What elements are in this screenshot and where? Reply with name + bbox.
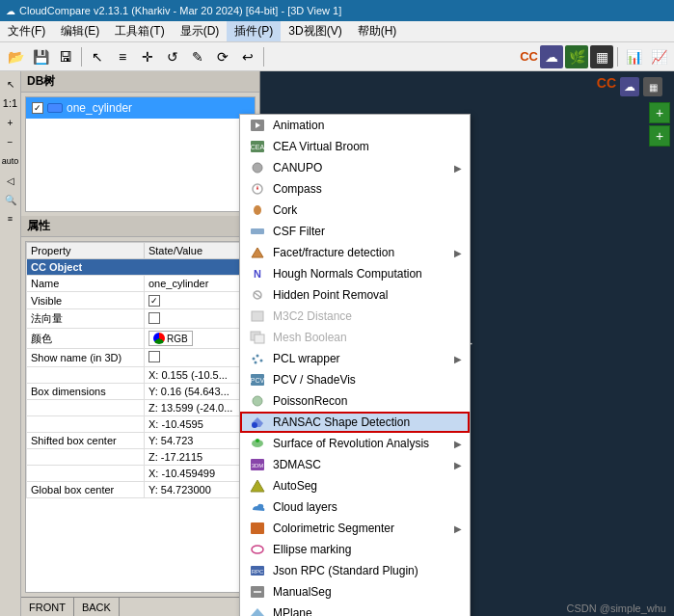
- prop-shifted-z-label: [27, 449, 145, 466]
- tree-item-cylinder[interactable]: ✓ one_cylinder: [26, 97, 255, 119]
- menu-facet[interactable]: Facet/fracture detection ▶: [240, 242, 470, 263]
- tb-extra1[interactable]: ☁: [540, 45, 563, 68]
- menu-poisson[interactable]: PoissonRecon: [240, 390, 470, 412]
- menu-mplane[interactable]: MPlane: [240, 603, 470, 616]
- menu-cloudlayers-label: Cloud layers: [273, 500, 462, 514]
- menu-cloudlayers[interactable]: Cloud layers: [240, 496, 470, 518]
- prop-row-shifted-x: X: -10.4595: [27, 416, 255, 433]
- tb-extra2[interactable]: 🌿: [565, 45, 588, 68]
- tb-move[interactable]: ✛: [136, 45, 159, 68]
- menu-m3c2[interactable]: M3C2 Distance: [240, 306, 470, 327]
- prop-showname-label: Show name (in 3D): [27, 349, 145, 367]
- tb-extra3[interactable]: ▦: [590, 45, 613, 68]
- menu-pcl[interactable]: PCL wrapper ▶: [240, 348, 470, 369]
- tb-open[interactable]: 📂: [4, 45, 27, 68]
- ellipse-icon: [248, 542, 267, 557]
- surface-arrow: ▶: [454, 439, 462, 449]
- tb-save2[interactable]: 🖫: [54, 45, 77, 68]
- menu-3dmasc[interactable]: 3DM 3DMASC ▶: [240, 454, 470, 475]
- sidebar-icon-cursor[interactable]: ↖: [2, 75, 19, 93]
- menu-pcv[interactable]: PCV PCV / ShadeVis: [240, 369, 470, 390]
- svg-point-17: [260, 360, 263, 362]
- left-panel: DB树 ✓ one_cylinder 属性 Property State/Val…: [21, 71, 260, 616]
- tab-back[interactable]: BACK: [74, 598, 120, 616]
- menu-jsonrpc-label: Json RPC (Standard Plugin): [273, 564, 462, 577]
- menu-csf[interactable]: CSF Filter: [240, 221, 470, 242]
- menu-hidden-label: Hidden Point Removal: [273, 288, 462, 302]
- colorimetric-arrow: ▶: [454, 523, 462, 534]
- prop-row-boxdim-x: X: 0.155 (-10.5...: [27, 367, 255, 384]
- prop-visible-value: ✓: [144, 292, 254, 309]
- menu-autoseg[interactable]: AutoSeg: [240, 475, 470, 496]
- 3dmasc-icon: 3DM: [248, 457, 267, 472]
- menu-animation[interactable]: Animation: [240, 115, 470, 136]
- tab-front[interactable]: FRONT: [21, 598, 74, 616]
- menu-plugins[interactable]: 插件(P): [227, 21, 281, 41]
- prop-boxdim-label: Box dimensions: [27, 384, 145, 400]
- sidebar-icon-back[interactable]: ◁: [2, 172, 19, 189]
- rgb-button[interactable]: RGB: [148, 331, 193, 346]
- visible-checkbox[interactable]: ✓: [148, 295, 160, 307]
- sidebar-icon-auto[interactable]: auto: [2, 152, 19, 170]
- menu-3dview[interactable]: 3D视图(V): [281, 21, 349, 41]
- menu-mesh-boolean[interactable]: Mesh Boolean: [240, 327, 470, 348]
- menu-manualseg[interactable]: ManualSeg: [240, 581, 470, 603]
- menu-hidden[interactable]: Hidden Point Removal: [240, 284, 470, 306]
- tb-undo[interactable]: ↩: [236, 45, 259, 68]
- prop-name-value: one_cylinder: [144, 276, 254, 292]
- menu-hough[interactable]: N Hough Normals Computation: [240, 263, 470, 284]
- tree-checkbox[interactable]: ✓: [32, 102, 43, 114]
- 3dmasc-arrow: ▶: [454, 460, 462, 470]
- bottom-tabs: FRONT BACK: [21, 597, 259, 616]
- menu-compass[interactable]: Compass: [240, 178, 470, 200]
- canupo-arrow: ▶: [454, 163, 462, 174]
- svg-point-15: [253, 358, 256, 361]
- menu-surface[interactable]: Surface of Revolution Analysis ▶: [240, 433, 470, 454]
- sidebar-icon-plus[interactable]: +: [2, 114, 19, 131]
- prop-shifted-label: Shifted box center: [27, 433, 145, 449]
- menu-jsonrpc[interactable]: RPC Json RPC (Standard Plugin): [240, 560, 470, 581]
- menu-file[interactable]: 文件(F): [0, 21, 53, 41]
- menu-help[interactable]: 帮助(H): [350, 21, 405, 41]
- prop-row-global-x: X: -10.459499: [27, 466, 255, 482]
- poisson-icon: [248, 393, 267, 409]
- svg-point-18: [255, 362, 257, 364]
- m3c2-icon: [248, 308, 267, 324]
- tb-chart2[interactable]: 📈: [647, 45, 670, 68]
- tb-select[interactable]: ↖: [86, 45, 109, 68]
- menu-ellipse[interactable]: Ellipse marking: [240, 539, 470, 560]
- menu-edit[interactable]: 编辑(E): [53, 21, 107, 41]
- toolbar-sep-2: [263, 47, 264, 67]
- menu-cork[interactable]: Cork: [240, 200, 470, 221]
- menu-canupo[interactable]: CANUPO ▶: [240, 157, 470, 178]
- menu-poisson-label: PoissonRecon: [273, 394, 462, 408]
- tb-chart[interactable]: 📊: [622, 45, 645, 68]
- tb-rotate[interactable]: ↺: [161, 45, 184, 68]
- menu-tools[interactable]: 工具箱(T): [107, 21, 172, 41]
- tb-edit[interactable]: ✎: [186, 45, 209, 68]
- menu-display[interactable]: 显示(D): [173, 21, 228, 41]
- sidebar-icon-search[interactable]: 🔍: [2, 191, 19, 208]
- prop-row-boxdim-z: Z: 13.599 (-24.0...: [27, 400, 255, 416]
- viewport-plugin-icon: ▦: [643, 77, 662, 96]
- csf-icon: [248, 224, 267, 239]
- normal-checkbox[interactable]: [148, 312, 160, 324]
- tb-transform[interactable]: ⟳: [211, 45, 234, 68]
- menu-surface-label: Surface of Revolution Analysis: [273, 437, 448, 450]
- sidebar-icon-layers[interactable]: ≡: [2, 210, 19, 228]
- col-value: State/Value: [144, 243, 254, 259]
- menu-pcv-label: PCV / ShadeVis: [273, 373, 462, 387]
- svg-text:3DM: 3DM: [252, 463, 264, 469]
- vp-plus-1[interactable]: +: [649, 102, 670, 123]
- menu-autoseg-label: AutoSeg: [273, 479, 462, 493]
- menu-cea[interactable]: CEA CEA Virtual Broom: [240, 136, 470, 157]
- tb-list[interactable]: ≡: [111, 45, 134, 68]
- vp-plus-2[interactable]: +: [649, 125, 670, 147]
- sidebar-icon-minus[interactable]: −: [2, 133, 19, 150]
- tb-save[interactable]: 💾: [29, 45, 52, 68]
- toolbar-sep-1: [81, 47, 82, 67]
- sidebar-icon-zoom[interactable]: 1:1: [2, 94, 19, 112]
- menu-ransac[interactable]: RANSAC Shape Detection: [240, 412, 470, 433]
- showname-checkbox[interactable]: [148, 351, 160, 362]
- menu-colorimetric[interactable]: Colorimetric Segmenter ▶: [240, 518, 470, 539]
